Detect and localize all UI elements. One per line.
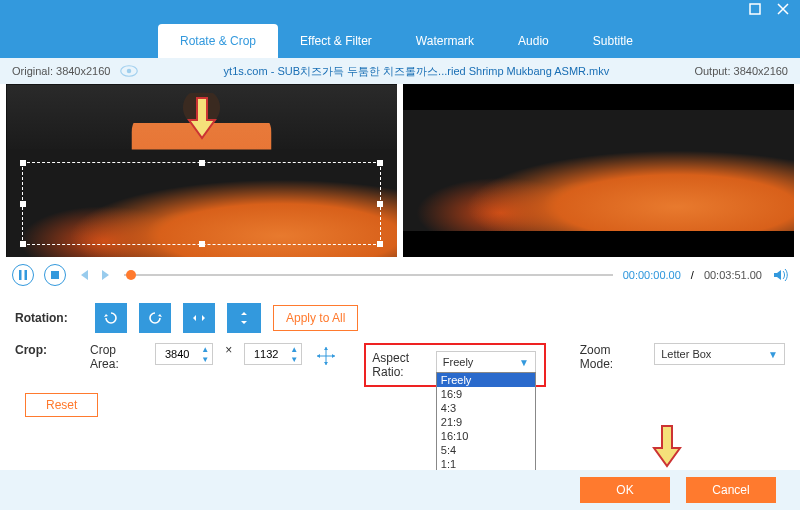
spinner-up-icon[interactable]: ▲ bbox=[198, 344, 212, 354]
tab-effect-filter[interactable]: Effect & Filter bbox=[278, 24, 394, 58]
guide-arrow-icon bbox=[652, 424, 682, 468]
aspect-ratio-dropdown[interactable]: Freely16:94:321:916:105:41:19:16 bbox=[436, 372, 536, 486]
zoom-mode-label: Zoom Mode: bbox=[580, 343, 642, 371]
aspect-option[interactable]: 16:9 bbox=[437, 387, 535, 401]
preview-row bbox=[0, 84, 800, 257]
crop-handle[interactable] bbox=[20, 201, 26, 207]
flip-vertical-button[interactable] bbox=[227, 303, 261, 333]
next-frame-icon[interactable] bbox=[100, 268, 114, 282]
ok-button[interactable]: OK bbox=[580, 477, 670, 503]
crop-area-label: Crop Area: bbox=[90, 343, 143, 371]
window-restore-icon[interactable] bbox=[748, 2, 762, 20]
aspect-ratio-highlight: Aspect Ratio: Freely▼ Freely16:94:321:91… bbox=[364, 343, 545, 387]
original-preview[interactable] bbox=[6, 84, 397, 257]
prev-frame-icon[interactable] bbox=[76, 268, 90, 282]
aspect-option[interactable]: 1:1 bbox=[437, 457, 535, 471]
crop-handle[interactable] bbox=[199, 160, 205, 166]
filename-label: yt1s.com - SUB치즈가득 두툼한 치즈롤까스...ried Shri… bbox=[224, 64, 610, 79]
info-bar: Original: 3840x2160 yt1s.com - SUB치즈가득 두… bbox=[0, 58, 800, 84]
time-duration: 00:03:51.00 bbox=[704, 269, 762, 281]
close-icon[interactable] bbox=[776, 2, 790, 20]
tab-audio[interactable]: Audio bbox=[496, 24, 571, 58]
aspect-ratio-select[interactable]: Freely▼ bbox=[436, 351, 536, 373]
stop-button[interactable] bbox=[44, 264, 66, 286]
playhead[interactable] bbox=[126, 270, 136, 280]
rotation-label: Rotation: bbox=[15, 311, 83, 325]
crop-label: Crop: bbox=[15, 343, 78, 357]
chevron-down-icon: ▼ bbox=[768, 349, 778, 360]
reset-button[interactable]: Reset bbox=[25, 393, 98, 417]
controls: Rotation: Apply to All Crop: Crop Area: … bbox=[0, 293, 800, 433]
center-crop-icon[interactable] bbox=[314, 343, 338, 369]
volume-icon[interactable] bbox=[772, 267, 788, 283]
aspect-option[interactable]: Freely bbox=[437, 373, 535, 387]
crop-handle[interactable] bbox=[377, 201, 383, 207]
aspect-option[interactable]: 4:3 bbox=[437, 401, 535, 415]
eye-icon[interactable] bbox=[120, 65, 138, 77]
titlebar bbox=[0, 0, 800, 22]
crop-handle[interactable] bbox=[20, 241, 26, 247]
svg-rect-0 bbox=[750, 4, 760, 14]
tab-subtitle[interactable]: Subtitle bbox=[571, 24, 655, 58]
player-bar: 00:00:00.00/00:03:51.00 bbox=[0, 257, 800, 293]
svg-point-2 bbox=[127, 69, 132, 74]
spinner-down-icon[interactable]: ▼ bbox=[198, 354, 212, 364]
crop-handle[interactable] bbox=[20, 160, 26, 166]
chevron-down-icon: ▼ bbox=[519, 357, 529, 368]
guide-arrow-icon bbox=[187, 96, 217, 140]
footer: OK Cancel bbox=[0, 470, 800, 510]
aspect-option[interactable]: 16:10 bbox=[437, 429, 535, 443]
rotate-right-button[interactable] bbox=[139, 303, 171, 333]
spinner-down-icon[interactable]: ▼ bbox=[287, 354, 301, 364]
aspect-option[interactable]: 5:4 bbox=[437, 443, 535, 457]
pause-button[interactable] bbox=[12, 264, 34, 286]
crop-width-input[interactable]: ▲▼ bbox=[155, 343, 213, 365]
crop-handle[interactable] bbox=[377, 241, 383, 247]
cancel-button[interactable]: Cancel bbox=[686, 477, 776, 503]
svg-rect-4 bbox=[25, 270, 28, 280]
original-dimensions: Original: 3840x2160 bbox=[12, 65, 110, 77]
tab-watermark[interactable]: Watermark bbox=[394, 24, 496, 58]
crop-selection[interactable] bbox=[22, 162, 381, 245]
timeline[interactable] bbox=[124, 274, 613, 276]
time-current: 00:00:00.00 bbox=[623, 269, 681, 281]
svg-rect-3 bbox=[19, 270, 22, 280]
flip-horizontal-button[interactable] bbox=[183, 303, 215, 333]
apply-to-all-button[interactable]: Apply to All bbox=[273, 305, 358, 331]
svg-rect-5 bbox=[51, 271, 59, 279]
crop-handle[interactable] bbox=[199, 241, 205, 247]
tab-bar: Rotate & Crop Effect & Filter Watermark … bbox=[0, 22, 800, 58]
crop-height-input[interactable]: ▲▼ bbox=[244, 343, 302, 365]
output-dimensions: Output: 3840x2160 bbox=[694, 65, 788, 77]
output-preview bbox=[403, 84, 794, 257]
crop-handle[interactable] bbox=[377, 160, 383, 166]
tab-rotate-crop[interactable]: Rotate & Crop bbox=[158, 24, 278, 58]
rotate-left-button[interactable] bbox=[95, 303, 127, 333]
aspect-option[interactable]: 21:9 bbox=[437, 415, 535, 429]
zoom-mode-select[interactable]: Letter Box▼ bbox=[654, 343, 785, 365]
spinner-up-icon[interactable]: ▲ bbox=[287, 344, 301, 354]
aspect-ratio-label: Aspect Ratio: bbox=[372, 351, 430, 379]
